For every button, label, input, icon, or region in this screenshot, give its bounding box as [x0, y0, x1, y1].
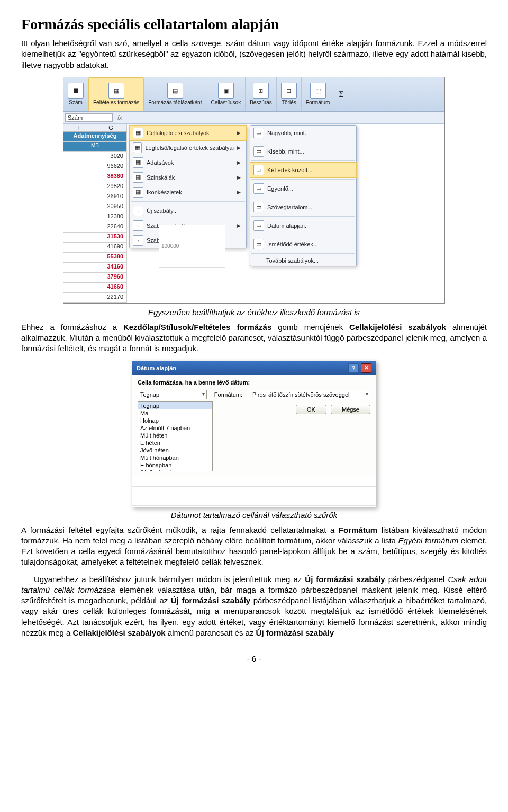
conditional-formatting-icon: ▦: [108, 83, 124, 99]
highlight-cells-rules-submenu: ▭Nagyobb, mint...▭Kisebb, mint...▭Két ér…: [250, 125, 357, 266]
intro-paragraph: Itt olyan lehetőségről van szó, amellyel…: [21, 38, 487, 70]
excel-screenshot: ⯀ Szám ▦ Feltételes formázás ▤ Formázás …: [63, 77, 445, 304]
menu-item-rules[interactable]: ▦Cellakijelölési szabályok▶: [130, 126, 246, 140]
submenu-item-lt[interactable]: ▭Kisebb, mint...: [250, 144, 356, 159]
iconset-icon: ▦: [133, 187, 143, 198]
chart-background-fragment: 100000: [159, 225, 225, 268]
dialog-header: Cella formázása, ha a benne lévő dátum:: [138, 379, 370, 386]
data-cell[interactable]: 34160: [64, 263, 127, 273]
paragraph-4: Ugyanehhez a beállításhoz jutunk bármily…: [21, 574, 487, 639]
p3-d: Egyéni formátum: [398, 536, 458, 545]
data-cell[interactable]: 31530: [64, 233, 127, 243]
menu-item-iconset[interactable]: ▦Ikonkészletek▶: [130, 185, 246, 200]
name-box[interactable]: Szám: [65, 113, 113, 122]
list-item[interactable]: Jövő héten: [138, 447, 212, 454]
menu-item-label: Új szabály...: [147, 208, 178, 214]
data-cell[interactable]: 29820: [64, 182, 127, 192]
chevron-right-icon: ▶: [237, 190, 241, 195]
figure-caption-1: Egyszerűen beállíthatjuk az értékhez ill…: [21, 308, 487, 317]
data-cell[interactable]: 41660: [64, 283, 127, 293]
grid-backdrop: [132, 477, 376, 507]
menu-item-label: Legfelső/legalsó értékek szabályai: [145, 145, 234, 151]
cell-header-2[interactable]: MB: [64, 142, 127, 152]
delete-icon: ⊟: [281, 83, 297, 99]
page-title: Formázás speciális cellatartalom alapján: [21, 16, 487, 33]
help-button[interactable]: ?: [348, 363, 359, 373]
date-condition-listbox[interactable]: TegnapMaHolnapAz elmúlt 7 napbanMúlt hét…: [138, 401, 213, 471]
data-cell[interactable]: 38380: [64, 172, 127, 182]
data-cell[interactable]: 12380: [64, 212, 127, 222]
submenu-item-dup[interactable]: ▭Ismétlődő értékek...: [250, 237, 356, 252]
submenu-item-eq[interactable]: ▭Egyenlő...: [250, 181, 356, 196]
data-cell[interactable]: 41690: [64, 243, 127, 253]
rules-icon: ▦: [133, 128, 143, 138]
ribbon-cell-styles[interactable]: ▣ Cellastílusok: [206, 77, 246, 111]
menu-icon: ·: [133, 220, 143, 231]
data-cell[interactable]: 22640: [64, 222, 127, 233]
submenu-item-date[interactable]: ▭Dátum alapján...: [250, 218, 356, 233]
format-combo[interactable]: Piros kitöltőszín sötétvörös szöveggel: [250, 390, 370, 399]
menu-item-databars[interactable]: ▦Adatsávok▶: [130, 155, 246, 170]
list-item[interactable]: Az elmúlt 7 napban: [138, 424, 212, 432]
p3-b: Formátum: [339, 525, 377, 534]
data-cell[interactable]: 3020: [64, 152, 127, 162]
submenu-item-label: További szabályok...: [266, 257, 319, 264]
menu-item-colorscale[interactable]: ▦Színskálák▶: [130, 170, 246, 185]
ribbon-conditional-formatting[interactable]: ▦ Feltételes formázás: [88, 77, 144, 111]
menu-item[interactable]: ·Új szabály...: [130, 203, 246, 218]
submenu-item-label: Dátum alapján...: [267, 222, 310, 229]
format-label: Formátum:: [214, 391, 242, 398]
data-cell[interactable]: 37960: [64, 273, 127, 283]
col-G[interactable]: G: [95, 124, 127, 131]
ribbon-label-fat: Formázás táblázatként: [148, 100, 202, 105]
cancel-button[interactable]: Mégse: [331, 405, 370, 414]
cell-styles-icon: ▣: [218, 83, 234, 99]
data-cell[interactable]: 20950: [64, 202, 127, 212]
col-F[interactable]: F: [64, 124, 95, 131]
sigma-icon: Σ: [339, 90, 343, 99]
date-condition-combo[interactable]: Tegnap: [138, 390, 207, 399]
page-number: - 6 -: [21, 654, 487, 663]
format-as-table-icon: ▤: [167, 83, 183, 99]
chevron-right-icon: ▶: [237, 175, 241, 180]
ribbon-label-number: Szám: [69, 100, 83, 105]
menu-item-label: Adatsávok: [147, 159, 174, 166]
ribbon-delete[interactable]: ⊟ Törlés: [277, 77, 302, 111]
paragraph-3: A formázási feltétel egyfajta szűrőként …: [21, 525, 487, 568]
submenu-item-label: Szövegtartalom...: [267, 204, 313, 210]
ribbon-format-as-table[interactable]: ▤ Formázás táblázatként: [144, 77, 206, 111]
list-item[interactable]: Jövő hónapban: [138, 469, 212, 471]
list-item[interactable]: Ma: [138, 409, 212, 417]
fx-icon[interactable]: fx: [114, 114, 125, 121]
list-item[interactable]: Múlt héten: [138, 432, 212, 439]
close-button[interactable]: ✕: [361, 363, 371, 373]
ribbon-format[interactable]: ⬚ Formátum: [302, 77, 335, 111]
list-item[interactable]: E héten: [138, 439, 212, 447]
submenu-more-rules[interactable]: További szabályok...: [250, 255, 356, 266]
ok-button[interactable]: OK: [296, 405, 326, 414]
submenu-item-gt[interactable]: ▭Nagyobb, mint...: [250, 126, 356, 140]
data-cell[interactable]: 55380: [64, 253, 127, 263]
submenu-item-between[interactable]: ▭Két érték között...: [250, 163, 356, 177]
data-cell[interactable]: 96620: [64, 162, 127, 172]
ribbon: ⯀ Szám ▦ Feltételes formázás ▤ Formázás …: [64, 77, 444, 112]
list-item[interactable]: E hónapban: [138, 461, 212, 469]
date-icon: ▭: [253, 220, 264, 231]
list-item[interactable]: Tegnap: [138, 402, 212, 409]
ribbon-sigma[interactable]: Σ: [334, 77, 348, 111]
list-item[interactable]: Múlt hónapban: [138, 454, 212, 461]
p4-c: párbeszédpanel: [385, 575, 448, 584]
data-cell[interactable]: 26910: [64, 192, 127, 202]
p2-b: Kezdőlap/Stílusok/Feltételes formázás: [123, 323, 271, 332]
ribbon-insert[interactable]: ⊞ Beszúrás: [246, 77, 277, 111]
figure-caption-2: Dátumot tartalmazó cellánál választható …: [21, 511, 487, 520]
cell-header-1[interactable]: Adatmennyiség: [64, 132, 127, 142]
menu-item-top[interactable]: ▦Legfelső/legalsó értékek szabályai▶: [130, 140, 246, 155]
list-item[interactable]: Holnap: [138, 417, 212, 424]
submenu-item-text[interactable]: ▭Szövegtartalom...: [250, 200, 356, 215]
spreadsheet-column: F G Adatmennyiség MB 3020966203838029820…: [64, 124, 127, 303]
paragraph-2: Ehhez a formázáshoz a Kezdőlap/Stílusok/…: [21, 322, 487, 354]
data-cell[interactable]: 22170: [64, 293, 127, 303]
menu-item-label: Cellakijelölési szabályok: [147, 130, 210, 136]
text-icon: ▭: [253, 202, 264, 212]
